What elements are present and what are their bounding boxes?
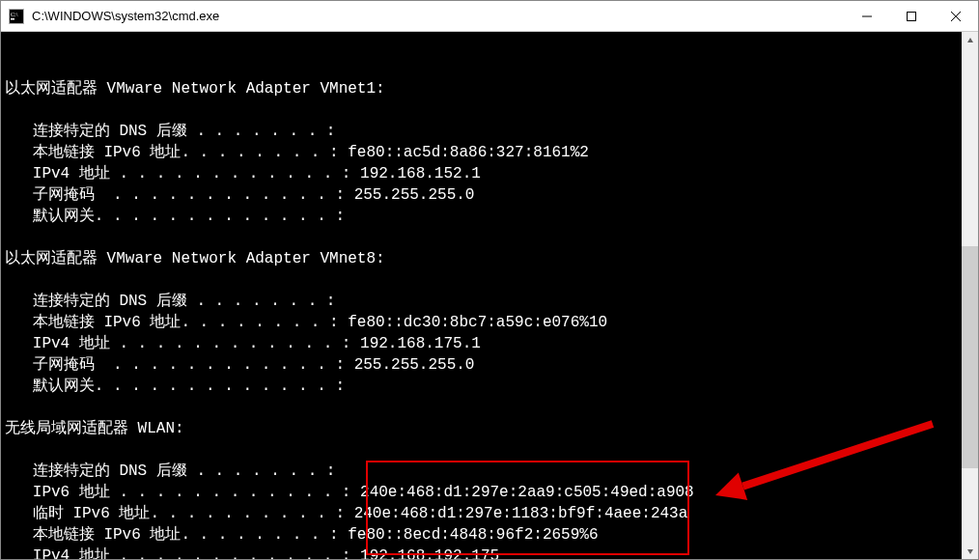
terminal-line: 连接特定的 DNS 后缀 . . . . . . . : [5,121,976,142]
terminal-line: 子网掩码 . . . . . . . . . . . . : 255.255.2… [5,354,976,376]
terminal-line: IPv4 地址 . . . . . . . . . . . . : 192.16… [5,333,976,354]
terminal-line: IPv4 地址 . . . . . . . . . . . . : 192.16… [5,163,976,184]
svg-rect-5 [908,12,916,20]
minimize-button[interactable] [845,1,889,31]
scroll-up-button[interactable] [962,32,978,48]
window-controls [845,1,978,31]
svg-text:C:\: C:\ [11,12,18,17]
cmd-window: C:\ C:\WINDOWS\system32\cmd.exe 以太网适配器 V… [0,0,979,560]
terminal-line [5,397,976,418]
terminal-line: 默认网关. . . . . . . . . . . . . : [5,206,976,227]
vertical-scrollbar[interactable] [962,32,978,559]
terminal-line: 临时 IPv6 地址. . . . . . . . . . : 240e:468… [5,503,976,524]
scroll-down-button[interactable] [962,543,978,559]
svg-rect-3 [11,18,14,20]
terminal-line: 本地链接 IPv6 地址. . . . . . . . : fe80::8ecd… [5,524,976,546]
terminal-line [5,99,976,121]
titlebar[interactable]: C:\ C:\WINDOWS\system32\cmd.exe [1,1,978,32]
terminal-line: IPv6 地址 . . . . . . . . . . . . : 240e:4… [5,482,976,503]
cmd-icon: C:\ [9,9,24,24]
scroll-thumb[interactable] [962,246,978,468]
terminal-output[interactable]: 以太网适配器 VMware Network Adapter VMnet1: 连接… [1,32,978,559]
terminal-line: 默认网关. . . . . . . . . . . . . : [5,376,976,397]
maximize-button[interactable] [889,1,934,31]
terminal-line: 连接特定的 DNS 后缀 . . . . . . . : [5,291,976,312]
window-title: C:\WINDOWS\system32\cmd.exe [32,9,845,23]
terminal-line: 以太网适配器 VMware Network Adapter VMnet8: [5,248,976,269]
terminal-line [5,227,976,248]
terminal-line: 无线局域网适配器 WLAN: [5,418,976,439]
close-button[interactable] [934,1,978,31]
terminal-line: 本地链接 IPv6 地址. . . . . . . . : fe80::ac5d… [5,142,976,163]
terminal-line [5,439,976,461]
terminal-line: 本地链接 IPv6 地址. . . . . . . . : fe80::dc30… [5,312,976,333]
svg-marker-9 [967,549,973,554]
terminal-line: 连接特定的 DNS 后缀 . . . . . . . : [5,461,976,482]
terminal-line: 子网掩码 . . . . . . . . . . . . : 255.255.2… [5,184,976,206]
terminal-line: IPv4 地址 . . . . . . . . . . . . : 192.16… [5,546,976,559]
terminal-line: 以太网适配器 VMware Network Adapter VMnet1: [5,78,976,99]
terminal-line [5,269,976,291]
svg-marker-8 [967,38,973,42]
scroll-track[interactable] [962,48,978,543]
